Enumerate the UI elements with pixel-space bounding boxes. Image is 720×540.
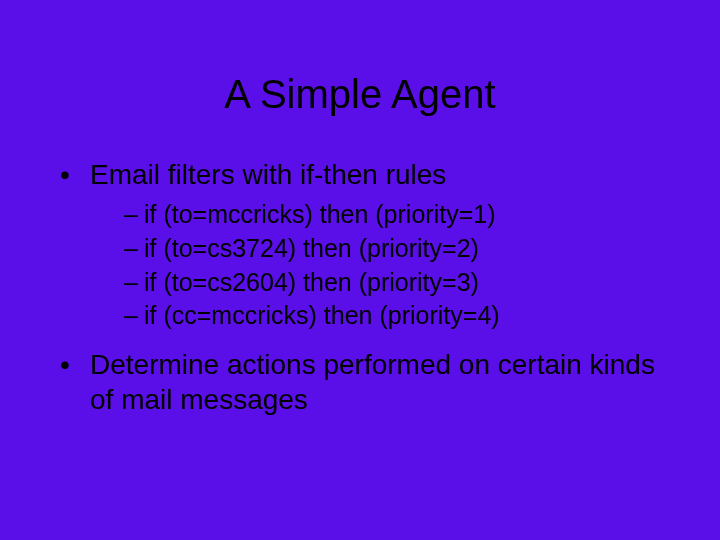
slide: A Simple Agent Email filters with if-the… bbox=[0, 0, 720, 540]
sub-item-4: if (cc=mccricks) then (priority=4) bbox=[124, 299, 680, 333]
slide-title: A Simple Agent bbox=[0, 0, 720, 157]
sub-item-3: if (to=cs2604) then (priority=3) bbox=[124, 266, 680, 300]
bullet-text: Email filters with if-then rules bbox=[90, 159, 446, 190]
bullet-list: Email filters with if-then rules if (to=… bbox=[60, 157, 680, 417]
sub-list: if (to=mccricks) then (priority=1) if (t… bbox=[90, 198, 680, 333]
sub-item-1: if (to=mccricks) then (priority=1) bbox=[124, 198, 680, 232]
slide-body: Email filters with if-then rules if (to=… bbox=[0, 157, 720, 417]
bullet-item-2: Determine actions performed on certain k… bbox=[60, 347, 680, 417]
sub-item-2: if (to=cs3724) then (priority=2) bbox=[124, 232, 680, 266]
bullet-item-1: Email filters with if-then rules if (to=… bbox=[60, 157, 680, 333]
